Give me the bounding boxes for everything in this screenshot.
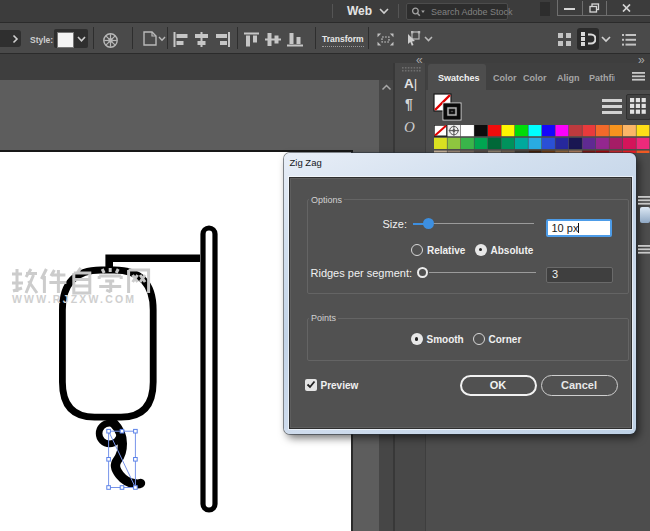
svg-text:WWW.RJZXW.COM: WWW.RJZXW.COM (12, 293, 136, 305)
